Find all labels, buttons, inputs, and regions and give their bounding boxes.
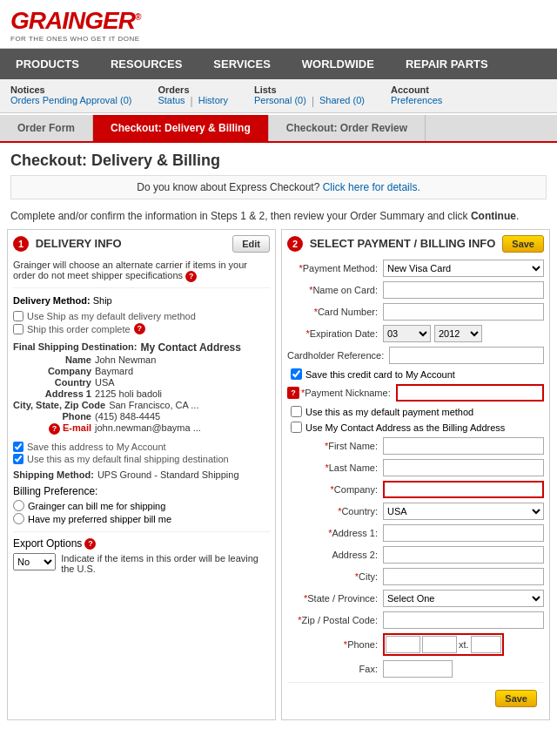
country-select[interactable]: USA	[383, 503, 544, 520]
addr-address1-value: 2125 holi badoli	[95, 388, 162, 399]
export-options-label: Export Options	[13, 537, 82, 550]
company-input[interactable]	[383, 481, 544, 498]
account-title: Account	[391, 84, 442, 95]
page-title: Checkout: Delivery & Billing	[0, 143, 557, 175]
phone-ext-input[interactable]	[471, 636, 501, 653]
lists-personal-link[interactable]: Personal (0)	[254, 95, 306, 107]
save-address-checkbox[interactable]	[13, 442, 23, 452]
nav-services[interactable]: SERVICES	[198, 49, 286, 79]
addr-email-value: john.newman@bayma ...	[95, 422, 201, 435]
save-address-label: Save this address to My Account	[27, 442, 166, 452]
nav-repair-parts[interactable]: REPAIR PARTS	[390, 49, 504, 79]
addr-citystate-value: San Francisco, CA ...	[109, 400, 198, 410]
ship-complete-checkbox[interactable]	[13, 324, 23, 334]
phone-middle-input[interactable]	[422, 636, 457, 653]
state-label: *State / Province:	[287, 593, 383, 604]
export-help-icon[interactable]: ?	[84, 538, 96, 550]
expiry-year-select[interactable]: 2012	[434, 325, 482, 342]
addr-country-value: USA	[95, 377, 115, 388]
tab-checkout-delivery[interactable]: Checkout: Delivery & Billing	[93, 115, 269, 141]
lists-shared-link[interactable]: Shared (0)	[319, 95, 365, 107]
default-delivery-checkbox[interactable]	[13, 311, 23, 321]
addr-country-label: Country	[13, 377, 91, 388]
cardholder-ref-input[interactable]	[389, 347, 544, 364]
nav-products[interactable]: PRODUCTS	[0, 49, 95, 79]
card-number-input[interactable]	[383, 303, 544, 321]
logo: GRAINGER® FOR THE ONES WHO GET IT DONE	[10, 7, 547, 43]
addr-citystate-label: City, State, Zip Code	[13, 400, 105, 410]
phone-ext-label: xt.	[459, 639, 469, 650]
default-delivery-label: Use Ship as my default delivery method	[27, 311, 196, 321]
payment-nickname-input[interactable]	[396, 384, 544, 402]
addr-email-label: ? E-mail	[13, 422, 91, 435]
tab-order-form[interactable]: Order Form	[0, 115, 93, 141]
nav-worldwide[interactable]: WORLDWIDE	[286, 49, 390, 79]
account-preferences-link[interactable]: Preferences	[391, 95, 442, 105]
payment-section-title: SELECT PAYMENT / BILLING INFO	[310, 237, 496, 250]
ship-complete-help-icon[interactable]: ?	[134, 323, 145, 334]
edit-delivery-button[interactable]: Edit	[232, 235, 270, 253]
address1-input[interactable]	[383, 524, 544, 542]
orders-pending-link[interactable]: Orders Pending Approval (0)	[10, 95, 131, 105]
delivery-method-value: Ship	[93, 295, 112, 306]
name-on-card-label: *Name on Card:	[287, 285, 383, 295]
addr-phone-value: (415) 848-4445	[95, 411, 160, 422]
nav-group-account: Account Preferences	[391, 84, 442, 107]
two-col-layout: 1 DELIVERY INFO Edit Grainger will choos…	[0, 229, 557, 720]
city-input[interactable]	[383, 568, 544, 585]
payment-method-label: *Payment Method:	[287, 263, 383, 273]
default-shipping-dest-label: Use this as my default final shipping de…	[27, 454, 229, 464]
orders-status-link[interactable]: Status	[158, 95, 185, 107]
shipping-method-label: Shipping Method:	[13, 469, 94, 480]
logo-text: GRAINGER	[10, 7, 135, 34]
fax-input[interactable]	[383, 660, 453, 678]
last-name-label: *Last Name:	[287, 462, 383, 473]
default-payment-checkbox[interactable]	[291, 406, 302, 417]
tab-bar: Order Form Checkout: Delivery & Billing …	[0, 115, 557, 143]
delivery-method-label: Delivery Method:	[13, 295, 91, 306]
orders-history-link[interactable]: History	[198, 95, 228, 107]
fax-label: Fax:	[287, 664, 383, 674]
save-payment-button-bottom[interactable]: Save	[495, 690, 537, 707]
payment-nickname-help-icon[interactable]: ?	[287, 387, 299, 399]
first-name-input[interactable]	[383, 437, 544, 455]
state-select[interactable]: Select One	[383, 590, 544, 607]
export-select[interactable]: No	[13, 553, 56, 570]
phone-area-input[interactable]	[386, 636, 420, 653]
addr-address1-label: Address 1	[13, 388, 91, 399]
name-on-card-input[interactable]	[383, 281, 544, 299]
address2-input[interactable]	[383, 546, 544, 564]
billing-radio-grainger[interactable]	[13, 500, 24, 511]
express-checkout-link[interactable]: Click here for details.	[323, 181, 420, 193]
zip-label: *Zip / Postal Code:	[287, 615, 383, 625]
save-card-checkbox[interactable]	[291, 368, 302, 380]
addr-name-value: John Newman	[95, 354, 156, 365]
save-payment-button-top[interactable]: Save	[502, 235, 544, 253]
cardholder-ref-label: Cardholder Reference:	[287, 350, 389, 361]
addr-name-label: Name	[13, 354, 91, 365]
use-contact-address-checkbox[interactable]	[291, 422, 302, 433]
billing-radio-shipper[interactable]	[13, 513, 24, 524]
email-help-icon[interactable]: ?	[49, 423, 60, 435]
payment-billing-column: 2 SELECT PAYMENT / BILLING INFO Save *Pa…	[281, 229, 550, 720]
company-label: *Company:	[287, 484, 383, 495]
zip-input[interactable]	[383, 611, 544, 629]
tab-checkout-review[interactable]: Checkout: Order Review	[269, 115, 426, 141]
addr-company-value: Baymard	[95, 366, 133, 376]
delivery-info-column: 1 DELIVERY INFO Edit Grainger will choos…	[7, 229, 276, 720]
delivery-note-help-icon[interactable]: ?	[185, 271, 197, 282]
nav-resources[interactable]: RESOURCES	[95, 49, 198, 79]
nav-group-lists: Lists Personal (0) | Shared (0)	[254, 84, 365, 107]
delivery-note: Grainger will choose an alternate carrie…	[13, 260, 270, 288]
address1-label: *Address 1:	[287, 528, 383, 538]
header: GRAINGER® FOR THE ONES WHO GET IT DONE	[0, 0, 557, 49]
default-payment-label: Use this as my default payment method	[305, 407, 473, 417]
addr-phone-label: Phone	[13, 411, 91, 422]
payment-method-select[interactable]: New Visa Card	[383, 260, 544, 277]
lists-title: Lists	[254, 84, 365, 95]
expiry-month-select[interactable]: 03	[383, 325, 431, 342]
logo-tagline: FOR THE ONES WHO GET IT DONE	[10, 35, 547, 43]
first-name-label: *First Name:	[287, 441, 383, 451]
default-shipping-dest-checkbox[interactable]	[13, 454, 23, 464]
last-name-input[interactable]	[383, 459, 544, 476]
